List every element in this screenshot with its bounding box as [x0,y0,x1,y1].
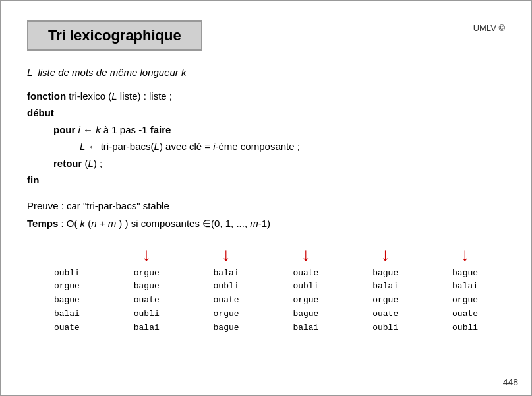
keyword-fonction: fonction [27,90,66,102]
slide: Tri lexicographique UMLV © L liste de mo… [0,0,532,396]
column-5: ↓ baguebalaiorgueouateoubli [345,246,425,335]
col6-words: baguebalaiorgueouateoubli [425,267,505,335]
code-line-1: fonction tri-lexico (L liste) : liste ; [27,88,505,105]
col3-words: balaioubliouateorguebague [187,267,266,335]
col1-arrow-placeholder [27,246,107,264]
col6-arrow: ↓ [425,246,505,264]
list-var-k: k [181,67,187,78]
list-text: liste de mots de même longueur [38,67,178,78]
proof-line-2: Temps : O( k (n + m ) ) si composantes ∈… [27,214,505,232]
slide-title: Tri lexicographique [27,20,202,51]
code-line-2: début [27,104,505,121]
column-4: ↓ ouateoubliorguebaguebalai [266,246,345,335]
code-line-4: L ← tri-par-bacs(L) avec clé = i-ème com… [80,138,505,155]
code-block: fonction tri-lexico (L liste) : liste ; … [27,88,505,189]
col1-words: oubliorguebaguebalaiouate [27,267,107,335]
columns-section: oubliorguebaguebalaiouate ↓ orguebagueou… [27,246,505,335]
code-line-3: pour i ← k à 1 pas -1 faire [53,121,505,139]
col4-words: ouateoubliorguebaguebalai [266,267,345,335]
column-1: oubliorguebaguebalaiouate [27,246,107,335]
col3-arrow: ↓ [187,246,266,264]
proof-line-1: Preuve : car "tri-par-bacs" stable [27,197,505,214]
col2-arrow: ↓ [107,246,187,264]
content-area: L liste de mots de même longueur k fonct… [27,64,505,335]
proof-section: Preuve : car "tri-par-bacs" stable Temps… [27,197,505,232]
list-var-L: L [27,67,32,78]
umlv-label: UMLV © [473,23,505,33]
col5-arrow: ↓ [345,246,425,264]
column-3: ↓ balaioubliouateorguebague [187,246,266,335]
col2-words: orguebagueouateoublibalai [107,267,187,335]
column-6: ↓ baguebalaiorgueouateoubli [425,246,505,335]
col4-arrow: ↓ [266,246,345,264]
header: Tri lexicographique UMLV © [27,20,505,51]
code-line-5: retour (L) ; [53,155,505,172]
list-description: L liste de mots de même longueur k [27,64,505,81]
col5-words: baguebalaiorgueouateoubli [345,267,425,335]
code-line-fin: fin [27,172,505,189]
column-2: ↓ orguebagueouateoublibalai [107,246,187,335]
page-number: 448 [503,377,518,387]
